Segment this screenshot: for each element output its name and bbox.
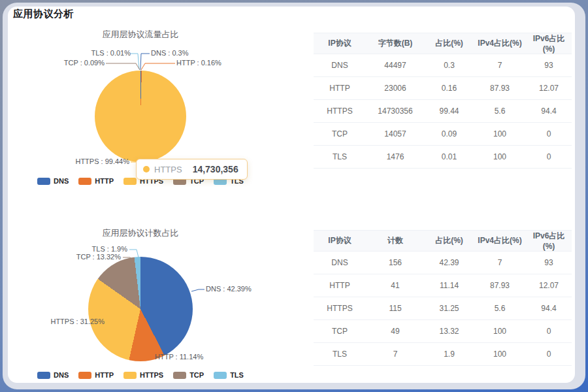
column-header: 占比(%) <box>425 231 474 252</box>
table-header-row: IP协议计数占比(%)IPv4占比(%)IPv6占比(%) <box>314 231 572 252</box>
pie-label-tcp: TCP : 0.09% <box>33 59 105 67</box>
table-cell: 42.39 <box>425 252 474 274</box>
table-cell: 94.4 <box>526 297 572 320</box>
pie-label-dns: DNS : 42.39% <box>206 285 252 293</box>
table-cell: 115 <box>366 297 425 320</box>
table-cell: DNS <box>314 54 366 77</box>
column-header: 占比(%) <box>425 33 474 54</box>
table-cell: 0 <box>526 320 572 343</box>
table-cell: 94.4 <box>526 100 572 123</box>
column-header: IPv4占比(%) <box>474 33 526 54</box>
table-row: HTTP4111.1487.9312.07 <box>314 274 572 297</box>
table-cell: 12.07 <box>526 274 572 297</box>
chart-title: 应用层协议流量占比 <box>8 29 273 41</box>
legend-item-http[interactable]: HTTP <box>78 371 114 379</box>
column-header: IPv6占比(%) <box>526 231 572 252</box>
legend-swatch <box>78 178 91 185</box>
table-cell: 0.01 <box>425 146 474 169</box>
pie-label-https: HTTPS : 31.25% <box>33 318 105 326</box>
table-cell: 11.14 <box>425 274 474 297</box>
chart-title: 应用层协议计数占比 <box>8 227 273 239</box>
analysis-card: 应用协议分析 应用层协议流量占比 TLS : 0.01% DNS : 0.3% … <box>8 7 575 383</box>
traffic-pie[interactable] <box>95 71 186 162</box>
table-cell: 12.07 <box>526 77 572 100</box>
table-cell: 23006 <box>366 77 425 100</box>
legend-swatch <box>214 372 227 379</box>
count-pie-chart-panel: 应用层协议计数占比 TLS : 1.9% TCP : 13.32% DNS : … <box>8 223 289 380</box>
count-table: IP协议计数占比(%)IPv4占比(%)IPv6占比(%)DNS15642.39… <box>314 230 572 366</box>
table-cell: 100 <box>474 123 526 146</box>
table-row: HTTPS11531.255.694.4 <box>314 297 572 320</box>
table-cell: 0.16 <box>425 77 474 100</box>
count-pie[interactable] <box>88 257 193 361</box>
table-cell: TCP <box>314 320 366 343</box>
table-cell: 0.09 <box>425 123 474 146</box>
table-header-row: IP协议字节数(B)占比(%)IPv4占比(%)IPv6占比(%) <box>314 33 572 54</box>
table-cell: 41 <box>366 274 425 297</box>
column-header: IPv6占比(%) <box>526 33 572 54</box>
legend-label: HTTPS <box>140 371 163 379</box>
tooltip-series-name: HTTPS <box>154 165 182 174</box>
tooltip-series-dot <box>143 166 150 172</box>
table-cell: 14057 <box>366 123 425 146</box>
table-cell: 49 <box>366 320 425 343</box>
table-cell: 0.3 <box>425 54 474 77</box>
column-header: IP协议 <box>314 33 366 54</box>
pie-label-https: HTTPS : 99.44% <box>59 157 129 166</box>
table-cell: 1.9 <box>425 343 474 366</box>
chart-legend: DNSHTTPHTTPSTCPTLS <box>8 371 273 379</box>
legend-swatch <box>37 372 50 379</box>
table-cell: 156 <box>366 252 425 274</box>
legend-label: HTTP <box>95 371 114 379</box>
pie-label-tcp: TCP : 13.32% <box>49 253 121 261</box>
table-cell: TLS <box>314 343 366 366</box>
table-cell: 100 <box>474 146 526 169</box>
table-row: HTTPS1473035699.445.694.4 <box>314 100 572 123</box>
column-header: IPv4占比(%) <box>474 231 526 252</box>
legend-swatch <box>78 372 91 379</box>
legend-label: TLS <box>230 371 244 379</box>
table-cell: 7 <box>366 343 425 366</box>
table-cell: 93 <box>526 252 572 274</box>
legend-item-https[interactable]: HTTPS <box>123 371 163 379</box>
table-cell: 14730356 <box>366 100 425 123</box>
table-cell: 7 <box>474 54 526 77</box>
table-cell: 0 <box>526 343 572 366</box>
table-cell: TLS <box>314 146 366 169</box>
traffic-pie-chart-panel: 应用层协议流量占比 TLS : 0.01% DNS : 0.3% TCP : 0… <box>8 7 289 203</box>
legend-item-http[interactable]: HTTP <box>78 177 114 185</box>
table-row: DNS444970.3793 <box>314 54 572 77</box>
table-row: HTTP230060.1687.9312.07 <box>314 77 572 100</box>
table-cell: 87.93 <box>474 77 526 100</box>
table-cell: 7 <box>474 252 526 274</box>
legend-swatch <box>123 178 137 185</box>
table-cell: 93 <box>526 54 572 77</box>
traffic-table: IP协议字节数(B)占比(%)IPv4占比(%)IPv6占比(%)DNS4449… <box>314 33 572 169</box>
table-row: TCP140570.091000 <box>314 123 572 146</box>
legend-label: TCP <box>189 371 204 379</box>
tooltip-series-value: 14,730,356 <box>193 164 238 174</box>
table-cell: 100 <box>474 320 526 343</box>
table-cell: 0 <box>526 123 572 146</box>
legend-swatch <box>123 372 137 379</box>
legend-item-dns[interactable]: DNS <box>37 371 69 379</box>
table-cell: 0 <box>526 146 572 169</box>
legend-item-tcp[interactable]: TCP <box>173 371 204 379</box>
legend-item-tls[interactable]: TLS <box>214 371 244 379</box>
table-cell: HTTP <box>314 77 366 100</box>
legend-label: DNS <box>54 177 69 185</box>
legend-swatch <box>173 372 186 379</box>
column-header: 计数 <box>366 231 425 252</box>
table-cell: 100 <box>474 343 526 366</box>
table-cell: HTTP <box>314 274 366 297</box>
table-row: TCP4913.321000 <box>314 320 572 343</box>
table-cell: 99.44 <box>425 100 474 123</box>
legend-swatch <box>37 178 50 185</box>
legend-label: HTTP <box>95 177 114 185</box>
legend-item-dns[interactable]: DNS <box>37 177 69 185</box>
table-cell: 13.32 <box>425 320 474 343</box>
table-cell: 87.93 <box>474 274 526 297</box>
chart-tooltip: HTTPS 14,730,356 <box>136 159 248 180</box>
table-cell: HTTPS <box>314 297 366 320</box>
table-cell: DNS <box>314 252 366 274</box>
